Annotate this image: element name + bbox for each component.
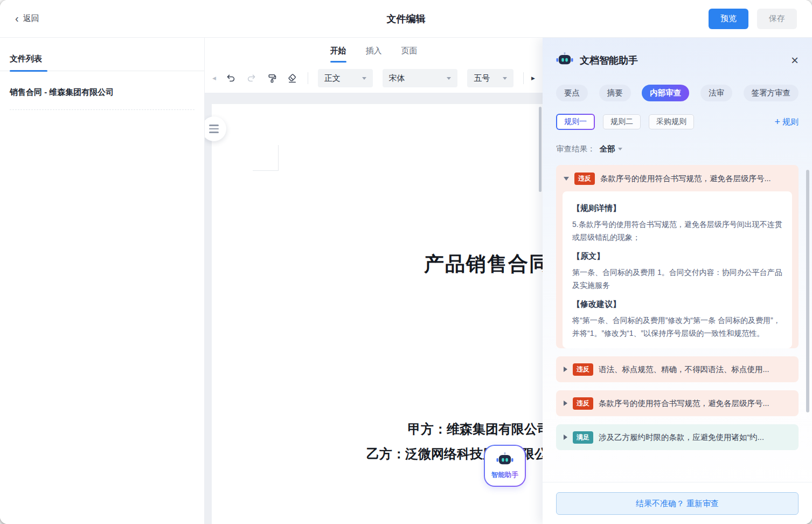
file-list-sidebar: 文件列表 销售合同 - 维森集团有限公司 [0,38,205,524]
file-list-active-underline [10,70,47,72]
tab-start[interactable]: 开始 [329,44,348,58]
review-card-detail: 【规则详情】 5.条款序号的使用符合书写规范，避免各层级序号间出现不连贯或层级错… [563,191,792,348]
review-result-label: 审查结果： [556,144,595,154]
topbar: ‹ 返回 文件编辑 预览 保存 [0,0,812,38]
review-card-header[interactable]: 违反 条款序号的使用符合书写规范，避免各层级序号... [556,165,799,190]
back-chevron-icon: ‹ [15,13,19,24]
paragraph-style-select[interactable]: 正文 [318,69,373,87]
tab-legal-review[interactable]: 法审 [700,85,732,101]
tab-signatory-review[interactable]: 签署方审查 [744,85,799,101]
undo-icon[interactable] [226,73,237,84]
chevron-down-icon [503,77,507,80]
status-badge-violation: 违反 [573,363,593,376]
review-card-expanded: 违反 条款序号的使用符合书写规范，避免各层级序号... 【规则详情】 5.条款序… [556,165,799,348]
tab-insert[interactable]: 插入 [365,44,383,58]
file-list-title: 文件列表 [10,54,42,63]
save-button[interactable]: 保存 [757,9,797,29]
review-result-value: 全部 [600,144,615,154]
tab-internal-review[interactable]: 内部审查 [642,85,689,101]
toolbar-scroll-left-icon[interactable]: ◀ [212,75,216,81]
expand-arrow-icon [564,401,567,406]
review-card-collapsed: 违反 条款序号的使用符合书写规范，避免各层级序号... [556,390,799,416]
review-card-header[interactable]: 违反 语法、标点规范、精确，不得因语法、标点使用... [556,356,799,382]
suggestion-heading: 【修改建议】 [572,299,782,309]
tab-key-points[interactable]: 要点 [556,85,588,101]
rule-chip-rule2[interactable]: 规则二 [603,114,641,129]
review-card-title: 语法、标点规范、精确，不得因语法、标点使用... [599,364,769,375]
font-size-select[interactable]: 五号 [467,69,513,87]
font-family-select[interactable]: 宋体 [383,69,458,87]
font-family-value: 宋体 [389,73,405,84]
file-list-header: 文件列表 [0,38,204,71]
review-card-title: 条款序号的使用符合书写规范，避免各层级序号... [599,398,769,409]
assistant-panel-title: 文档智能助手 [580,54,638,67]
review-result-select[interactable]: 全部 [600,144,622,154]
chevron-down-icon [362,77,366,80]
chevron-down-icon [447,77,451,80]
rule-detail-body: 5.条款序号的使用符合书写规范，避免各层级序号间出现不连贯或层级错乱的现象； [572,218,782,244]
tab-summary[interactable]: 摘要 [599,85,631,101]
eraser-icon[interactable] [287,73,298,84]
toolbar-divider [308,72,308,84]
hamburger-icon [209,125,219,126]
contract-party-a: 甲方：维森集团有限公司 [408,420,543,438]
assistant-fab-button[interactable]: 智能助手 [484,445,526,487]
plus-icon: + [774,117,780,127]
back-button[interactable]: ‹ 返回 [15,13,39,24]
rules-row: 规则一 规则二 采购规则 + 规则 [556,114,799,130]
chevron-down-icon [618,148,622,150]
close-icon[interactable]: × [791,54,799,67]
assistant-tabs: 要点 摘要 内部审查 法审 签署方审查 [556,85,799,101]
redo-icon[interactable] [246,73,257,84]
robot-icon [556,52,573,68]
review-card-collapsed: 满足 涉及乙方履约时限的条款，应避免使用诸如“约... [556,424,799,450]
format-painter-icon[interactable] [267,73,277,84]
rule-chip-rule1[interactable]: 规则一 [556,114,595,130]
rule-detail-heading: 【规则详情】 [572,203,782,213]
document-scrollbar[interactable] [539,107,542,192]
preview-button[interactable]: 预览 [709,9,748,29]
review-card-collapsed: 违反 语法、标点规范、精确，不得因语法、标点使用... [556,356,799,382]
review-card-header[interactable]: 违反 条款序号的使用符合书写规范，避免各层级序号... [556,390,799,416]
file-list-item[interactable]: 销售合同 - 维森集团有限公司 [10,71,195,110]
back-label: 返回 [23,13,39,24]
paragraph-style-value: 正文 [324,73,341,84]
ribbon-tabs: 开始 插入 页面 [205,38,543,64]
expand-arrow-icon [564,435,567,440]
robot-icon [496,452,513,468]
tab-page[interactable]: 页面 [400,44,419,58]
status-badge-pass: 满足 [573,431,593,444]
review-card-header[interactable]: 满足 涉及乙方履约时限的条款，应避免使用诸如“约... [556,424,799,450]
page-margin-corner-mark [253,145,279,171]
review-card-title: 条款序号的使用符合书写规范，避免各层级序号... [600,174,771,184]
panel-footer: 结果不准确？ 重新审查 [543,482,812,524]
document-canvas: 产品销售合同 甲方：维森集团有限公司 乙方：泛微网络科技股份有限公司 [205,93,543,524]
panel-scrollbar[interactable] [806,170,809,412]
editor-toolbar: ◀ [205,64,543,93]
file-edit-window: ‹ 返回 文件编辑 预览 保存 文件列表 销售合同 - 维森集团有限公司 开始 … [0,0,812,524]
collapse-arrow-icon [564,177,569,181]
contract-title: 产品销售合同 [424,251,543,278]
expand-arrow-icon [564,367,567,372]
review-cards-list: 违反 条款序号的使用符合书写规范，避免各层级序号... 【规则详情】 5.条款序… [556,165,799,450]
font-size-value: 五号 [474,73,490,84]
assistant-panel: 文档智能助手 × 要点 摘要 内部审查 法审 签署方审查 规则一 规则二 采购规… [543,38,812,524]
add-rule-button[interactable]: + 规则 [774,117,799,127]
rule-chip-procurement[interactable]: 采购规则 [649,114,694,129]
assistant-panel-header: 文档智能助手 × [543,38,812,68]
assistant-fab-label: 智能助手 [491,471,518,480]
page-title: 文件编辑 [0,12,812,25]
toolbar-divider [523,72,524,84]
editor-column: 开始 插入 页面 ◀ [205,38,543,524]
review-result-filter: 审查结果： 全部 [556,144,799,154]
original-text-heading: 【原文】 [572,251,782,261]
recheck-button[interactable]: 结果不准确？ 重新审查 [556,492,799,515]
add-rule-label: 规则 [782,117,799,127]
status-badge-violation: 违反 [573,397,593,410]
toolbar-scroll-right-icon[interactable]: ▶ [531,75,535,81]
status-badge-violation: 违反 [574,173,595,185]
review-card-title: 涉及乙方履约时限的条款，应避免使用诸如“约... [599,432,764,443]
original-text-body: 第一条、合同标的及费用 1。合同交付内容：协同办公平台产品及实施服务 [572,266,782,292]
suggestion-body: 将“第一条、合同标的及费用”修改为“第一条 合同标的及费用”，并将“1。”修改为… [572,314,782,340]
